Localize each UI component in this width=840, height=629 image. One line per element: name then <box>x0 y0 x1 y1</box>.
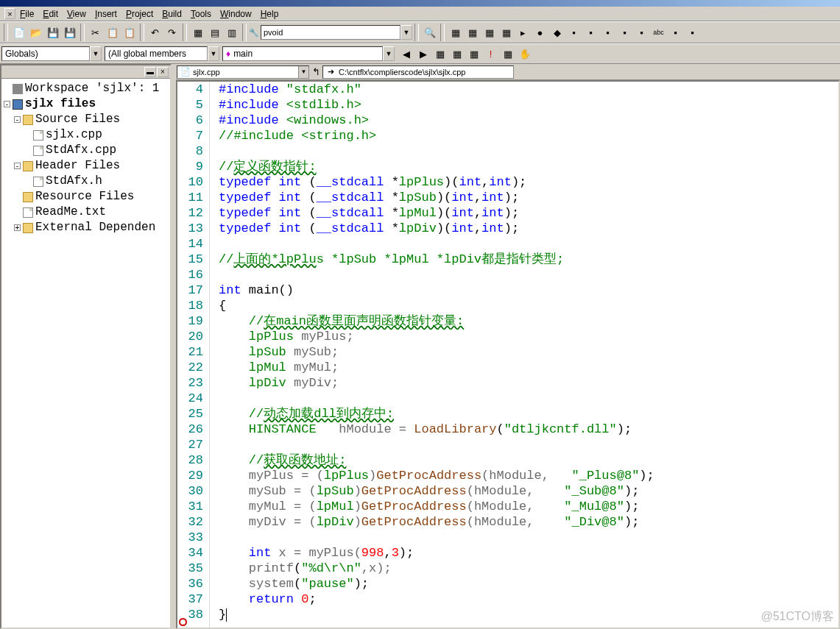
paste-icon[interactable]: 📋 <box>121 24 138 40</box>
tree-item[interactable]: -sjlx files <box>4 96 168 112</box>
code-editor[interactable]: 4567891011121314151617181920212223242526… <box>176 80 840 629</box>
code-line[interactable]: myDiv = (lpDiv)GetProcAddress(hModule, "… <box>219 514 839 530</box>
code-line[interactable]: myMul = (lpMul)GetProcAddress(hModule, "… <box>219 499 839 514</box>
copy-icon[interactable]: 📋 <box>104 24 121 40</box>
menu-tools[interactable]: Tools <box>186 7 216 21</box>
tb8-icon[interactable]: ▪ <box>565 24 582 40</box>
tree-item[interactable]: -Header Files <box>4 158 168 174</box>
tile-icon[interactable]: ▦ <box>447 24 464 40</box>
save-all-icon[interactable]: 💾 <box>61 24 78 40</box>
code-line[interactable]: typedef int (__stdcall *lpSub)(int,int); <box>219 190 839 205</box>
scope-combo[interactable]: Globals) ▼ <box>1 46 102 62</box>
tree-item[interactable]: -Source Files <box>4 112 168 127</box>
menu-project[interactable]: Project <box>121 7 158 21</box>
code-line[interactable]: system("pause"); <box>219 576 839 591</box>
chevron-down-icon[interactable]: ▼ <box>208 46 219 61</box>
members-combo[interactable]: (All global members ▼ <box>105 46 219 62</box>
hand-icon[interactable]: ✋ <box>516 46 533 62</box>
code-line[interactable]: HINSTANCE hModule = LoadLibrary("dtljkcn… <box>219 422 839 437</box>
menu-view[interactable]: View <box>63 7 91 21</box>
code-line[interactable] <box>219 143 839 159</box>
code-line[interactable]: myPlus = (lpPlus)GetProcAddress(hModule,… <box>219 468 839 483</box>
compile-icon[interactable]: ▦ <box>464 24 481 40</box>
code-line[interactable] <box>219 437 839 452</box>
code-line[interactable]: typedef int (__stdcall *lpPlus)(int,int)… <box>219 174 839 190</box>
code-line[interactable]: typedef int (__stdcall *lpDiv)(int,int); <box>219 221 839 236</box>
tree-item[interactable]: ReadMe.txt <box>4 205 168 220</box>
wizard-combo[interactable]: 🔧 ▼ <box>249 24 412 40</box>
code-line[interactable]: } <box>219 607 839 622</box>
tree-item[interactable]: StdAfx.cpp <box>4 143 168 158</box>
collapse-icon[interactable]: - <box>14 163 21 169</box>
debug4-icon[interactable]: ▦ <box>499 46 516 62</box>
tree-item[interactable]: Resource Files <box>4 189 168 205</box>
find-icon[interactable]: 🔍 <box>421 24 438 40</box>
menu-window[interactable]: Window <box>216 7 256 21</box>
mdi-close-button[interactable]: × <box>4 8 15 19</box>
chevron-down-icon[interactable]: ▼ <box>298 66 308 78</box>
menu-help[interactable]: Help <box>256 7 283 21</box>
code-line[interactable]: lpSub mySub; <box>219 344 839 360</box>
menu-insert[interactable]: Insert <box>91 7 121 21</box>
tb7-icon[interactable]: ◆ <box>548 24 565 40</box>
code-line[interactable] <box>219 530 839 545</box>
code-line[interactable]: #include <windows.h> <box>219 113 839 128</box>
redo-icon[interactable]: ↷ <box>163 24 180 40</box>
code-line[interactable]: int x = myPlus(998,3); <box>219 545 839 561</box>
code-line[interactable] <box>219 391 839 406</box>
stop-build-icon[interactable]: ▦ <box>498 24 515 40</box>
breakpoint-icon[interactable]: ● <box>532 24 548 40</box>
tb9-icon[interactable]: ▪ <box>582 24 599 40</box>
nav-back-icon[interactable]: ◀ <box>398 46 414 62</box>
tb12-icon[interactable]: ▪ <box>633 24 650 40</box>
tb14-icon[interactable]: ▪ <box>684 24 701 40</box>
expand-icon[interactable]: + <box>14 224 21 231</box>
code-line[interactable]: #include <stdlib.h> <box>219 97 839 113</box>
go-icon[interactable]: ▸ <box>515 24 532 40</box>
save-icon[interactable]: 💾 <box>44 24 61 40</box>
code-area[interactable]: #include "stdafx.h"#include <stdlib.h>#i… <box>210 82 839 628</box>
abc-icon[interactable]: abc <box>650 24 667 40</box>
wizard-input[interactable] <box>261 25 400 40</box>
chevron-down-icon[interactable]: ▼ <box>383 46 395 61</box>
debug2-icon[interactable]: ▦ <box>448 46 465 62</box>
output-icon[interactable]: ▤ <box>206 24 223 40</box>
go-back-icon[interactable]: ↰ <box>309 65 322 79</box>
tree-item[interactable]: Workspace 'sjlx': 1 <box>4 81 168 96</box>
menu-file[interactable]: File <box>15 7 38 21</box>
tb13-icon[interactable]: ▪ <box>667 24 684 40</box>
code-line[interactable]: //动态加载dll到内存中: <box>219 406 839 422</box>
window-list-icon[interactable]: ▥ <box>223 24 240 40</box>
debug1-icon[interactable]: ▦ <box>431 46 448 62</box>
menu-edit[interactable]: Edit <box>38 7 63 21</box>
undo-icon[interactable]: ↶ <box>147 24 163 40</box>
code-line[interactable]: //定义函数指针: <box>219 159 839 174</box>
workspace-tree[interactable]: Workspace 'sjlx': 1-sjlx files-Source Fi… <box>1 79 170 628</box>
code-line[interactable]: lpMul myMul; <box>219 360 839 375</box>
function-combo[interactable]: ♦main ▼ <box>222 46 395 62</box>
stop-icon[interactable]: ! <box>482 46 499 62</box>
code-line[interactable]: //获取函数地址: <box>219 452 839 468</box>
debug3-icon[interactable]: ▦ <box>465 46 482 62</box>
code-line[interactable]: { <box>219 298 839 313</box>
code-line[interactable]: mySub = (lpSub)GetProcAddress(hModule, "… <box>219 483 839 499</box>
collapse-icon[interactable]: - <box>4 101 10 107</box>
cut-icon[interactable]: ✂ <box>87 24 104 40</box>
collapse-icon[interactable]: - <box>14 116 21 123</box>
code-line[interactable]: printf("%d\r\n",x); <box>219 561 839 576</box>
code-line[interactable] <box>219 236 839 252</box>
code-line[interactable]: int main() <box>219 282 839 298</box>
tb11-icon[interactable]: ▪ <box>616 24 633 40</box>
tb10-icon[interactable]: ▪ <box>599 24 616 40</box>
code-line[interactable]: lpDiv myDiv; <box>219 375 839 391</box>
code-line[interactable]: //#include <string.h> <box>219 128 839 143</box>
code-line[interactable]: typedef int (__stdcall *lpMul)(int,int); <box>219 205 839 221</box>
new-icon[interactable]: 📄 <box>10 24 27 40</box>
nav-fwd-icon[interactable]: ▶ <box>414 46 431 62</box>
workspace-icon[interactable]: ▦ <box>189 24 206 40</box>
code-line[interactable]: //在main函数里面声明函数指针变量: <box>219 313 839 329</box>
code-line[interactable]: lpPlus myPlus; <box>219 329 839 344</box>
breakpoint-marker[interactable] <box>179 618 187 626</box>
code-line[interactable]: return 0; <box>219 591 839 607</box>
code-line[interactable]: #include "stdafx.h" <box>219 82 839 97</box>
